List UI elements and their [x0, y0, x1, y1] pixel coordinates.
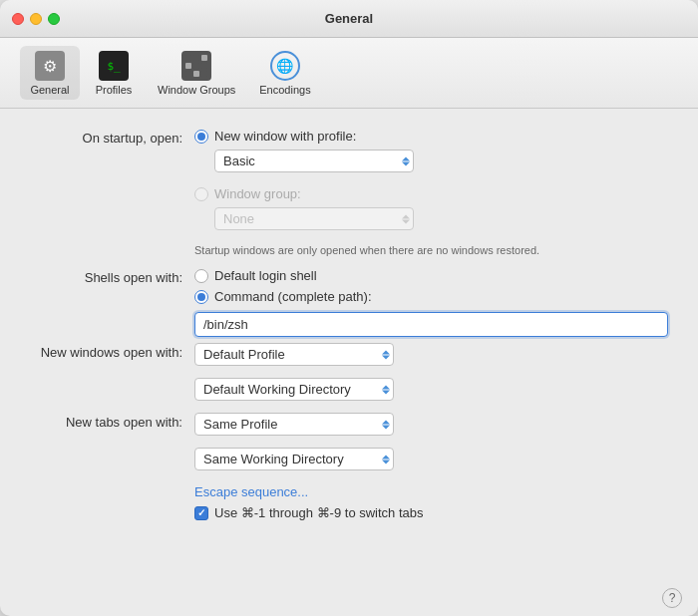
startup-section: On startup, open: New window with profil… [30, 129, 668, 262]
default-login-radio-option: Default login shell [194, 268, 668, 283]
new-windows-profile-select[interactable]: Default Profile [194, 343, 394, 366]
switch-tabs-row: ✓ Use ⌘-1 through ⌘-9 to switch tabs [194, 505, 668, 520]
maximize-button[interactable] [48, 13, 60, 25]
new-tabs-profile-select[interactable]: Same Profile [194, 413, 394, 436]
startup-hint: Startup windows are only opened when the… [194, 244, 668, 256]
new-tabs-profile-wrapper: Same Profile [194, 413, 394, 436]
checkmark-icon: ✓ [197, 508, 205, 518]
command-path-label: Command (complete path): [214, 289, 372, 304]
default-login-radio[interactable] [194, 269, 208, 283]
profile-select[interactable]: Basic [214, 150, 414, 172]
content: On startup, open: New window with profil… [0, 109, 698, 580]
startup-label: On startup, open: [30, 129, 194, 146]
profiles-icon: $_ [98, 50, 130, 82]
default-login-label: Default login shell [214, 268, 317, 283]
shells-section: Shells open with: Default login shell Co… [30, 268, 668, 337]
switch-tabs-label: Use ⌘-1 through ⌘-9 to switch tabs [214, 505, 424, 520]
titlebar: General [0, 0, 698, 38]
shells-label: Shells open with: [30, 268, 194, 285]
window-group-radio-option: Window group: [194, 186, 668, 201]
profile-select-wrapper: Basic [214, 150, 414, 172]
group-select-wrapper: None [214, 207, 414, 230]
toolbar-item-encodings[interactable]: 🌐 Encodings [249, 46, 320, 100]
group-select[interactable]: None [214, 207, 414, 230]
traffic-lights [12, 13, 60, 25]
new-window-label: New window with profile: [214, 129, 356, 144]
minimize-button[interactable] [30, 13, 42, 25]
new-windows-dir-select[interactable]: Default Working Directory [194, 378, 394, 401]
command-path-radio[interactable] [194, 290, 208, 304]
toolbar-label-window-groups: Window Groups [158, 84, 235, 96]
new-windows-section: New windows open with: Default Profile [30, 343, 668, 407]
toolbar-item-general[interactable]: ⚙ General [20, 46, 80, 100]
window-group-label: Window group: [214, 186, 301, 201]
window-groups-icon [180, 50, 212, 82]
toolbar-item-profiles[interactable]: $_ Profiles [84, 46, 144, 100]
new-windows-controls: Default Profile Default Working Director… [194, 343, 668, 407]
new-tabs-section: New tabs open with: Same Profile [30, 413, 668, 520]
window-title: General [325, 11, 373, 26]
close-button[interactable] [12, 13, 24, 25]
help-button[interactable]: ? [662, 588, 682, 608]
new-tabs-controls: Same Profile Same Working Directory [194, 413, 668, 520]
toolbar-label-profiles: Profiles [96, 84, 133, 96]
shells-controls: Default login shell Command (complete pa… [194, 268, 668, 337]
toolbar-label-general: General [30, 84, 69, 96]
gear-icon: ⚙ [34, 50, 66, 82]
switch-tabs-checkbox[interactable]: ✓ [194, 506, 208, 520]
window-group-radio[interactable] [194, 187, 208, 201]
new-window-radio-option: New window with profile: [194, 129, 668, 144]
window: General ⚙ General $_ Profiles [0, 0, 698, 616]
command-path-radio-option: Command (complete path): [194, 289, 668, 304]
toolbar: ⚙ General $_ Profiles [0, 38, 698, 109]
new-window-radio[interactable] [194, 130, 208, 144]
new-windows-profile-wrapper: Default Profile [194, 343, 394, 366]
footer: ? [0, 580, 698, 616]
command-input[interactable]: /bin/zsh [194, 312, 668, 337]
globe-icon: 🌐 [269, 50, 301, 82]
startup-controls: New window with profile: Basic [194, 129, 668, 262]
new-windows-label: New windows open with: [30, 343, 194, 360]
new-tabs-label: New tabs open with: [30, 413, 194, 430]
escape-sequence-link[interactable]: Escape sequence... [194, 484, 308, 499]
new-tabs-dir-wrapper: Same Working Directory [194, 448, 394, 470]
toolbar-item-window-groups[interactable]: Window Groups [148, 46, 245, 100]
new-windows-dir-wrapper: Default Working Directory [194, 378, 394, 401]
toolbar-label-encodings: Encodings [259, 84, 310, 96]
new-tabs-dir-select[interactable]: Same Working Directory [194, 448, 394, 470]
